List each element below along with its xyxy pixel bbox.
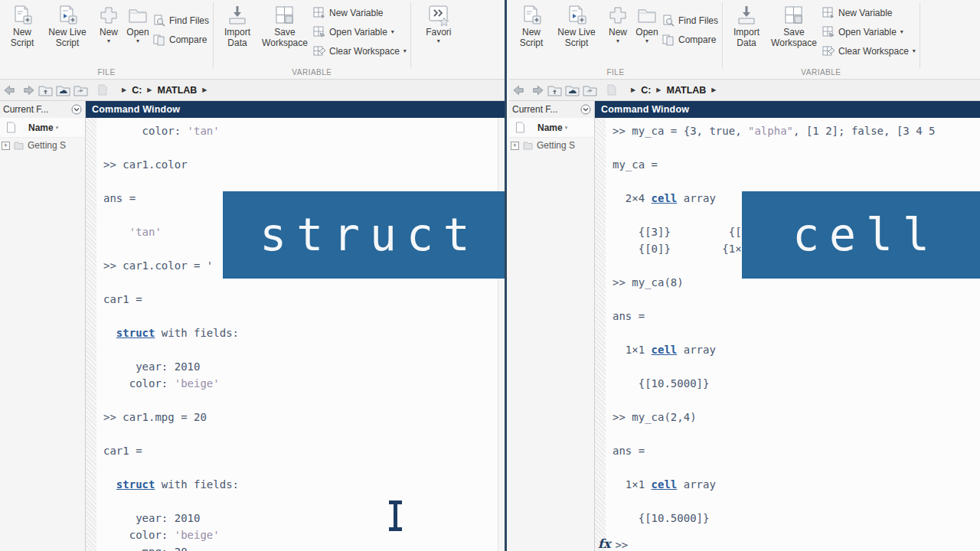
save-workspace-icon bbox=[782, 4, 805, 27]
import-data-button[interactable]: Import Data bbox=[217, 0, 257, 48]
command-window-body[interactable]: color: 'tan'>> car1.colorans = 'tan'>> c… bbox=[86, 118, 507, 551]
struct-banner-overlay: struct bbox=[223, 191, 507, 279]
browse-folder-icon[interactable] bbox=[582, 83, 597, 97]
forward-icon[interactable] bbox=[529, 83, 544, 97]
new-button[interactable]: New ▾ bbox=[603, 0, 632, 44]
clear-workspace-button[interactable]: Clear Workspace ▾ bbox=[822, 41, 916, 60]
console-text: 2×4 bbox=[612, 192, 652, 204]
folder-tree-item[interactable]: + Getting S bbox=[0, 138, 85, 153]
up-folder-icon[interactable] bbox=[547, 83, 562, 97]
new-script-button[interactable]: New Script bbox=[513, 0, 550, 48]
name-column-header[interactable]: Name ▾ bbox=[0, 118, 85, 138]
open-variable-button[interactable]: Open Variable ▾ bbox=[822, 22, 916, 41]
compare-label: Compare bbox=[678, 34, 716, 45]
back-icon[interactable] bbox=[511, 83, 527, 97]
cloud-folder-icon[interactable] bbox=[55, 83, 70, 97]
file-icon bbox=[6, 122, 16, 133]
breadcrumb-arrow-icon: ▶ bbox=[147, 86, 152, 93]
variable-group-label: VARIABLE bbox=[214, 68, 410, 77]
command-window-header[interactable]: Command Window bbox=[86, 101, 507, 118]
new-variable-button[interactable]: New Variable bbox=[822, 3, 916, 22]
console-text: year: 2010 bbox=[103, 360, 200, 373]
fx-function-hints-icon[interactable]: fx bbox=[598, 536, 610, 551]
breadcrumb: ▶ C: ▶ MATLAB ▶ bbox=[631, 85, 717, 96]
save-workspace-button[interactable]: Save Workspace bbox=[766, 0, 822, 48]
console-text: car1 = bbox=[103, 445, 142, 457]
save-workspace-button[interactable]: Save Workspace bbox=[257, 0, 312, 48]
console-line: {[10.5000]} bbox=[612, 375, 980, 392]
breadcrumb-drive[interactable]: C: bbox=[641, 85, 651, 96]
new-variable-icon bbox=[312, 6, 325, 19]
cell-doc-link[interactable]: cell bbox=[652, 478, 678, 491]
browse-folder-icon[interactable] bbox=[73, 83, 88, 97]
console-text: >> my_ca = {3, true, bbox=[612, 125, 748, 137]
new-live-script-button[interactable]: New Live Script bbox=[550, 0, 603, 48]
clear-workspace-button[interactable]: Clear Workspace ▾ bbox=[312, 41, 407, 60]
new-button[interactable]: New ▾ bbox=[94, 0, 123, 44]
find-files-button[interactable]: Find Files bbox=[662, 11, 718, 30]
compare-button[interactable]: Compare bbox=[152, 30, 209, 49]
console-text: color: bbox=[103, 529, 175, 541]
console-line bbox=[103, 392, 507, 409]
breadcrumb-folder[interactable]: MATLAB bbox=[667, 85, 707, 96]
new-script-button[interactable]: New Script bbox=[4, 0, 41, 48]
find-files-label: Find Files bbox=[169, 15, 209, 26]
open-variable-button[interactable]: Open Variable ▾ bbox=[312, 22, 407, 41]
variable-tools-list: New Variable Open Variable ▾ Clear Wor bbox=[822, 0, 916, 60]
console-text: color: bbox=[103, 377, 175, 390]
command-window-body[interactable]: >> my_ca = {3, true, "alpha", [1 2]; fal… bbox=[595, 118, 980, 551]
open-button[interactable]: Open ▾ bbox=[632, 0, 662, 44]
cloud-folder-icon[interactable] bbox=[564, 83, 580, 97]
find-files-button[interactable]: Find Files bbox=[152, 11, 209, 30]
new-variable-button[interactable]: New Variable bbox=[312, 3, 407, 22]
name-column-header[interactable]: Name ▾ bbox=[509, 118, 594, 138]
command-window-header[interactable]: Command Window bbox=[595, 101, 980, 118]
console-line bbox=[612, 459, 980, 476]
open-variable-icon bbox=[312, 25, 325, 38]
console-line bbox=[612, 173, 980, 190]
panel-menu-icon[interactable] bbox=[71, 104, 82, 115]
breadcrumb-folder[interactable]: MATLAB bbox=[158, 85, 198, 96]
cell-banner-overlay: cell bbox=[742, 191, 980, 279]
new-live-script-button[interactable]: New Live Script bbox=[41, 0, 94, 48]
forward-icon[interactable] bbox=[20, 83, 35, 97]
compare-button[interactable]: Compare bbox=[662, 30, 718, 49]
open-button[interactable]: Open ▾ bbox=[123, 0, 152, 44]
struct-doc-link[interactable]: struct bbox=[116, 327, 155, 339]
cell-doc-link[interactable]: cell bbox=[652, 344, 678, 356]
cell-doc-link[interactable]: cell bbox=[652, 192, 678, 204]
struct-doc-link[interactable]: struct bbox=[116, 478, 155, 491]
text-cursor-i-beam-icon bbox=[386, 499, 406, 533]
command-prompt[interactable]: >> bbox=[615, 539, 628, 551]
dropdown-caret-icon: ▾ bbox=[900, 28, 903, 35]
compare-icon bbox=[152, 33, 165, 46]
up-folder-icon[interactable] bbox=[38, 83, 53, 97]
expand-plus-icon[interactable]: + bbox=[511, 142, 519, 150]
console-line bbox=[612, 139, 980, 156]
console-text: color: bbox=[103, 125, 188, 137]
open-variable-label: Open Variable bbox=[838, 27, 897, 37]
clear-workspace-icon bbox=[822, 44, 835, 57]
console-line: {[10.5000]} bbox=[612, 510, 980, 527]
favorites-button[interactable]: Favori ▾ bbox=[420, 0, 458, 44]
address-bar: ▶ C: ▶ MATLAB ▶ bbox=[0, 80, 507, 101]
panel-menu-icon[interactable] bbox=[580, 104, 591, 115]
import-data-button[interactable]: Import Data bbox=[727, 0, 766, 48]
breadcrumb-arrow-icon: ▶ bbox=[711, 86, 716, 93]
back-icon[interactable] bbox=[2, 83, 18, 97]
clear-workspace-label: Clear Workspace bbox=[329, 46, 400, 57]
console-line: year: 2010 bbox=[103, 358, 507, 375]
expand-plus-icon[interactable]: + bbox=[2, 142, 10, 150]
vertical-scrollbar[interactable] bbox=[498, 118, 507, 551]
breadcrumb-drive[interactable]: C: bbox=[132, 85, 142, 96]
ribbon-separator bbox=[410, 2, 411, 68]
console-text: >> car1.color = ' bbox=[103, 259, 213, 272]
console-text: with fields: bbox=[155, 478, 239, 491]
folder-tree-item[interactable]: + Getting S bbox=[509, 138, 594, 153]
console-text: {[3]} {[ bbox=[612, 226, 742, 238]
ribbon-group-file: New Script New Live Script New ▾ bbox=[0, 0, 213, 79]
console-line bbox=[612, 392, 980, 409]
console-text: with fields: bbox=[155, 327, 239, 339]
console-text: mpg: 20 bbox=[103, 546, 188, 551]
favorites-icon bbox=[427, 4, 450, 27]
